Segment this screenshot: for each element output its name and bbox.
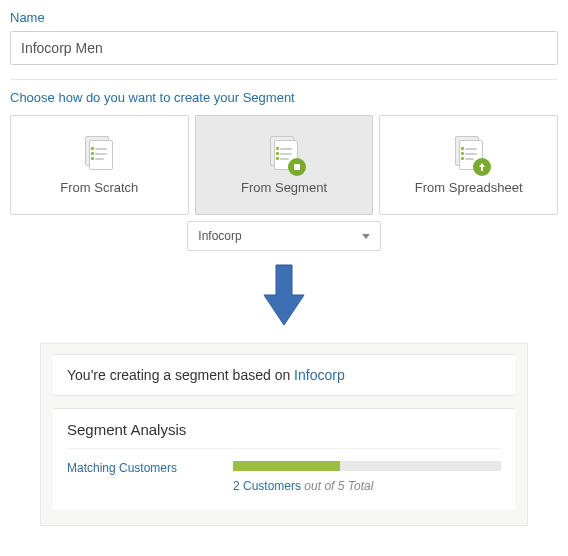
matching-customers-label: Matching Customers [67,461,217,475]
name-label: Name [10,10,558,25]
option-from-segment[interactable]: From Segment [195,115,374,215]
document-icon [85,136,113,170]
document-upload-icon [455,136,483,170]
flow-arrow [10,263,558,327]
divider [10,79,558,80]
segment-name-input[interactable] [10,31,558,65]
segment-badge-icon [288,158,306,176]
matching-count: 2 Customers [233,479,301,493]
info-text: You're creating a segment based on [67,367,294,383]
source-segment-dropdown[interactable]: Infocorp [187,221,380,251]
document-segment-icon [270,136,298,170]
analysis-title: Segment Analysis [67,421,501,449]
creation-method-cards: From Scratch From Segment From Spreadshe… [10,115,558,215]
segment-analysis: Segment Analysis Matching Customers 2 Cu… [53,408,515,509]
upload-badge-icon [473,158,491,176]
chevron-down-icon [362,234,370,239]
choose-method-label: Choose how do you want to create your Se… [10,90,558,105]
option-label: From Spreadsheet [415,180,523,195]
option-from-spreadsheet[interactable]: From Spreadsheet [379,115,558,215]
option-label: From Segment [241,180,327,195]
dropdown-selected-value: Infocorp [198,229,241,243]
total-count: out of 5 Total [301,479,373,493]
arrow-down-icon [260,263,308,327]
progress-bar [233,461,501,471]
base-segment-link[interactable]: Infocorp [294,367,345,383]
progress-caption: 2 Customers out of 5 Total [233,479,501,493]
progress-bar-fill [233,461,340,471]
option-label: From Scratch [60,180,138,195]
svg-rect-0 [294,164,300,170]
result-panel: You're creating a segment based on Infoc… [40,343,528,526]
option-from-scratch[interactable]: From Scratch [10,115,189,215]
creation-info: You're creating a segment based on Infoc… [53,354,515,396]
